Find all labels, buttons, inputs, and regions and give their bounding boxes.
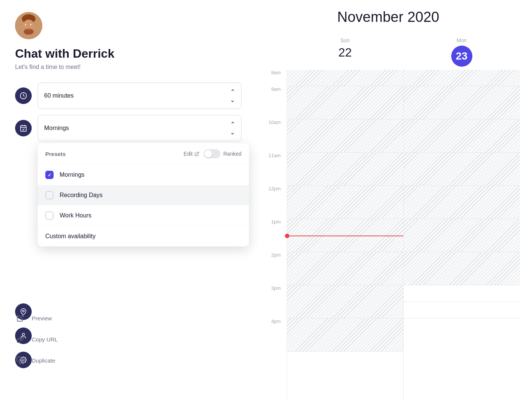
time-1pm: 1pm	[257, 219, 287, 252]
preview-icon	[15, 313, 26, 323]
bottom-nav: Preview Copy URL Duplicate	[15, 308, 58, 371]
time-12pm: 12pm	[257, 186, 287, 219]
sun-9am[interactable]	[287, 86, 403, 119]
day-header-sun: Sun 22	[287, 34, 403, 70]
clock-icon-circle	[15, 87, 32, 104]
current-time-dot	[285, 234, 289, 238]
sun-1pm[interactable]	[287, 219, 403, 252]
mon-9am[interactable]	[404, 86, 520, 119]
ranked-toggle[interactable]	[204, 149, 220, 158]
mon-8am[interactable]	[404, 70, 520, 86]
sun-11am[interactable]	[287, 153, 403, 186]
time-3pm: 3pm	[257, 285, 287, 318]
page-subtitle: Let's find a time to meet!	[15, 64, 241, 70]
mon-number: 23	[451, 46, 472, 67]
recording-days-label: Recording Days	[60, 192, 103, 199]
svg-point-6	[26, 24, 27, 25]
ranked-label: Ranked	[223, 151, 241, 157]
dropdown-item-recording-days[interactable]: Recording Days	[38, 185, 249, 205]
sun-name: Sun	[287, 37, 403, 43]
avatar	[15, 12, 42, 39]
sun-3pm[interactable]	[287, 285, 403, 318]
time-8am: 8am	[257, 70, 287, 86]
calendar-month: November 2020	[257, 9, 520, 25]
mon-4pm[interactable]	[404, 302, 520, 318]
preview-nav-item[interactable]: Preview	[15, 308, 58, 329]
svg-line-17	[20, 315, 23, 319]
mornings-label: Mornings	[60, 171, 85, 178]
mon-12pm[interactable]	[404, 186, 520, 219]
dropdown-item-mornings[interactable]: Mornings	[38, 165, 249, 185]
sun-12pm[interactable]	[287, 186, 403, 219]
copy-url-icon	[15, 334, 26, 344]
external-link-icon	[194, 152, 199, 156]
mon-3pm[interactable]	[404, 285, 520, 302]
duration-select[interactable]: 60 minutes ⌃ ⌃	[38, 83, 241, 109]
svg-line-13	[196, 152, 198, 154]
mon-10am[interactable]	[404, 119, 520, 153]
toggle-knob	[204, 150, 212, 158]
preset-row: Mornings ⌃ ⌃	[15, 115, 241, 141]
calendar-grid: 8am 9am 10am 11am 12pm 1pm 2pm 3pm 4pm	[257, 70, 520, 401]
mornings-checkbox[interactable]	[45, 171, 54, 179]
day-header-mon: Mon 23	[403, 34, 520, 70]
time-11am: 11am	[257, 153, 287, 186]
ranked-toggle-wrap: Ranked	[204, 149, 241, 158]
edit-label: Edit	[184, 151, 193, 157]
mon-name: Mon	[403, 37, 520, 43]
sun-8am[interactable]	[287, 70, 403, 86]
custom-availability-item[interactable]: Custom availability	[38, 226, 249, 246]
presets-dropdown: Presets Edit Ranked	[38, 143, 249, 246]
time-10am: 10am	[257, 119, 287, 153]
current-time-line	[287, 236, 403, 236]
work-hours-checkbox[interactable]	[45, 211, 54, 220]
preset-chevron: ⌃ ⌃	[230, 121, 235, 136]
time-2pm: 2pm	[257, 252, 287, 285]
time-labels: 8am 9am 10am 11am 12pm 1pm 2pm 3pm 4pm	[257, 70, 287, 401]
form-section: 60 minutes ⌃ ⌃ Mornings	[15, 83, 241, 141]
right-panel: November 2020 Sun 22 Mon 23 8am 9am 10am…	[257, 0, 532, 401]
left-panel: Chat with Derrick Let's find a time to m…	[0, 0, 257, 401]
copy-url-nav-item[interactable]: Copy URL	[15, 329, 58, 350]
edit-button[interactable]: Edit	[184, 151, 199, 157]
time-4pm: 4pm	[257, 318, 287, 352]
sun-4pm[interactable]	[287, 318, 403, 352]
calendar-days-header: Sun 22 Mon 23	[257, 34, 520, 70]
svg-rect-18	[19, 359, 24, 364]
preview-label: Preview	[32, 315, 52, 321]
duplicate-label: Duplicate	[32, 357, 55, 364]
duplicate-icon	[15, 355, 26, 366]
duration-row: 60 minutes ⌃ ⌃	[15, 83, 241, 109]
preset-select[interactable]: Mornings ⌃ ⌃	[38, 115, 241, 141]
sun-10am[interactable]	[287, 119, 403, 153]
duplicate-nav-item[interactable]: Duplicate	[15, 350, 58, 371]
monday-column	[403, 70, 520, 401]
sun-number: 22	[287, 46, 403, 60]
recording-days-checkbox[interactable]	[45, 191, 54, 199]
custom-availability-label: Custom availability	[45, 233, 95, 239]
mon-1pm[interactable]	[404, 219, 520, 252]
work-hours-label: Work Hours	[60, 212, 91, 219]
svg-rect-9	[21, 126, 26, 131]
calendar-header: November 2020	[257, 9, 520, 25]
duration-chevron: ⌃ ⌃	[230, 88, 235, 103]
mon-11am[interactable]	[404, 153, 520, 186]
duration-value: 60 minutes	[44, 92, 74, 99]
calendar-icon-circle	[15, 120, 32, 136]
sunday-column	[287, 70, 403, 401]
sun-2pm[interactable]	[287, 252, 403, 285]
mon-2pm[interactable]	[404, 252, 520, 285]
dropdown-header-actions: Edit Ranked	[184, 149, 241, 158]
time-9am: 9am	[257, 86, 287, 119]
dropdown-item-work-hours[interactable]: Work Hours	[38, 205, 249, 226]
preset-value: Mornings	[44, 125, 69, 132]
svg-point-7	[31, 24, 32, 25]
copy-url-label: Copy URL	[32, 336, 58, 343]
presets-label: Presets	[45, 151, 66, 157]
dropdown-header: Presets Edit Ranked	[38, 143, 249, 165]
page-title: Chat with Derrick	[15, 47, 241, 61]
